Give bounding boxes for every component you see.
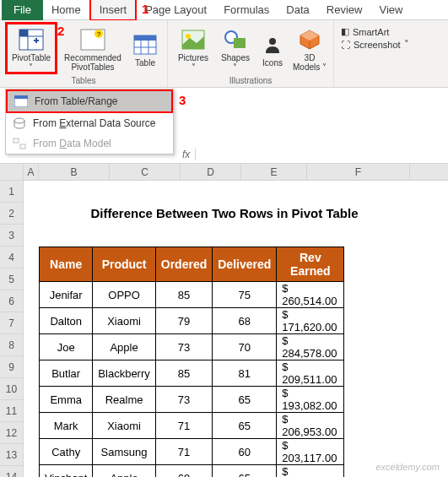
3d-models-label: 3DModels ˅ <box>293 53 327 72</box>
row-12[interactable]: 12 <box>0 422 24 444</box>
table-row: MarkXiaomi7165$206,953.00 <box>40 413 344 439</box>
cell-product[interactable]: Apple <box>93 334 155 360</box>
col-D[interactable]: D <box>181 164 241 180</box>
row-9[interactable]: 9 <box>0 356 24 378</box>
table-row: EmmaRealme7365$193,082.00 <box>40 387 344 413</box>
cell-delivered[interactable]: 75 <box>213 282 277 308</box>
col-C[interactable]: C <box>110 164 181 180</box>
cell-ordered[interactable]: 85 <box>155 282 212 308</box>
illustrations-group-label: Illustrations <box>229 76 273 87</box>
tab-review[interactable]: Review <box>318 0 371 19</box>
row-13[interactable]: 13 <box>0 444 24 466</box>
table-icon <box>132 33 159 57</box>
col-F[interactable]: F <box>307 164 410 180</box>
watermark: exceldemy.com <box>375 462 440 472</box>
col-B[interactable]: B <box>39 164 110 180</box>
cell-rev[interactable]: $209,511.00 <box>277 360 344 387</box>
cell-delivered[interactable]: 60 <box>213 439 277 465</box>
row-14[interactable]: 14 <box>0 466 24 477</box>
cell-rev[interactable]: $193,082.00 <box>277 387 344 413</box>
cell-ordered[interactable]: 71 <box>155 413 212 439</box>
menu-label: From External Data Source <box>33 117 155 129</box>
cell-product[interactable]: Xiaomi <box>93 308 155 334</box>
cell-product[interactable]: OPPO <box>93 282 155 308</box>
cell-rev[interactable]: $206,953.00 <box>277 413 344 439</box>
pivottable-button[interactable]: PivotTable˅ <box>5 22 57 74</box>
cell-rev[interactable]: $284,578.00 <box>277 334 344 360</box>
tab-data[interactable]: Data <box>278 0 317 19</box>
cell-delivered[interactable]: 65 <box>213 465 277 478</box>
col-A[interactable]: A <box>24 164 39 180</box>
cell-rev[interactable]: $260,514.00 <box>277 282 344 308</box>
fx-label[interactable]: fx <box>177 149 196 160</box>
tab-view[interactable]: View <box>370 0 411 19</box>
smartart-button[interactable]: ◧SmartArt <box>339 25 391 38</box>
cell-rev[interactable]: $203,117.00 <box>277 439 344 465</box>
cell-product[interactable]: Blackberry <box>93 360 155 387</box>
row-11[interactable]: 11 <box>0 400 24 422</box>
cell-name[interactable]: Emma <box>40 387 93 413</box>
recommended-pivot-label: RecommendedPivotTables <box>64 53 121 72</box>
cell-ordered[interactable]: 73 <box>155 334 212 360</box>
3d-models-button[interactable]: 3DModels ˅ <box>291 22 328 74</box>
row-7[interactable]: 7 <box>0 312 24 334</box>
cell-name[interactable]: Vinchant <box>40 465 93 478</box>
annotation-2: 2 <box>57 24 64 38</box>
row-10[interactable]: 10 <box>0 378 24 400</box>
svg-rect-15 <box>234 38 246 48</box>
cell-ordered[interactable]: 69 <box>155 465 212 478</box>
cell-ordered[interactable]: 85 <box>155 360 212 387</box>
cell-ordered[interactable]: 71 <box>155 439 212 465</box>
pictures-button[interactable]: Pictures˅ <box>173 22 213 74</box>
cell-product[interactable]: Apple <box>93 465 155 478</box>
menu-from-table-range[interactable]: From Table/Range <box>6 89 173 113</box>
shapes-label: Shapes˅ <box>221 53 250 72</box>
cell-product[interactable]: Realme <box>93 387 155 413</box>
menu-from-data-model: From Data Model <box>6 133 173 154</box>
tab-insert[interactable]: Insert <box>89 0 138 21</box>
cell-name[interactable]: Cathy <box>40 439 93 465</box>
cell-product[interactable]: Samsung <box>93 439 155 465</box>
svg-rect-21 <box>13 138 19 143</box>
row-4[interactable]: 4 <box>0 247 24 268</box>
row-8[interactable]: 8 <box>0 334 24 356</box>
cell-name[interactable]: Dalton <box>40 308 93 334</box>
hdr-rev: Rev Earned <box>277 247 344 282</box>
icons-button[interactable]: Icons <box>257 22 288 74</box>
screenshot-button[interactable]: ⛶Screenshot ˅ <box>339 38 411 51</box>
cell-name[interactable]: Jenifar <box>40 282 93 308</box>
row-3[interactable]: 3 <box>0 225 24 247</box>
tab-formulas[interactable]: Formulas <box>215 0 278 19</box>
menu-from-external[interactable]: From External Data Source <box>6 113 173 133</box>
row-6[interactable]: 6 <box>0 290 24 312</box>
row-5[interactable]: 5 <box>0 268 24 290</box>
cell-delivered[interactable]: 65 <box>213 387 277 413</box>
cell-delivered[interactable]: 70 <box>213 334 277 360</box>
cell-name[interactable]: Mark <box>40 413 93 439</box>
cell-delivered[interactable]: 68 <box>213 308 277 334</box>
col-E[interactable]: E <box>241 164 307 180</box>
annotation-3: 3 <box>179 93 186 107</box>
tables-group-label: Tables <box>72 76 96 87</box>
row-1[interactable]: 1 <box>0 181 24 203</box>
cell-ordered[interactable]: 79 <box>155 308 212 334</box>
select-all[interactable] <box>0 164 24 180</box>
cell-rev[interactable]: $171,620.00 <box>277 308 344 334</box>
external-data-icon <box>13 117 26 130</box>
row-2[interactable]: 2 <box>0 203 24 225</box>
data-model-icon <box>13 137 26 150</box>
shapes-button[interactable]: Shapes˅ <box>217 22 254 74</box>
cell-product[interactable]: Xiaomi <box>93 413 155 439</box>
tab-home[interactable]: Home <box>43 0 89 19</box>
cell-delivered[interactable]: 81 <box>213 360 277 387</box>
screenshot-icon: ⛶ <box>341 40 350 50</box>
cell-name[interactable]: Butlar <box>40 360 93 387</box>
recommended-pivot-icon: ? <box>79 28 106 51</box>
cell-ordered[interactable]: 73 <box>155 387 212 413</box>
recommended-pivot-button[interactable]: ? RecommendedPivotTables <box>61 22 125 74</box>
cell-name[interactable]: Joe <box>40 334 93 360</box>
tab-file[interactable]: File <box>2 0 43 20</box>
cell-rev[interactable]: $192,701.00 <box>277 465 344 478</box>
table-button[interactable]: Table <box>128 22 162 74</box>
cell-delivered[interactable]: 65 <box>213 413 277 439</box>
